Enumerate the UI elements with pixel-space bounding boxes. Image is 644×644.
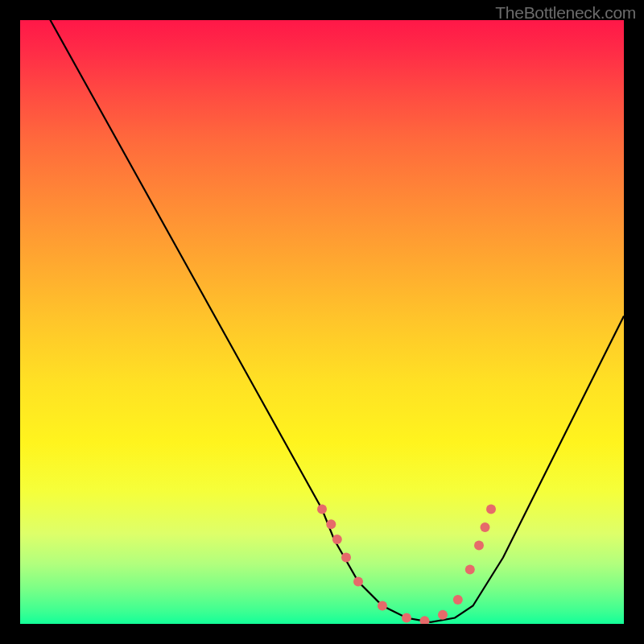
marker-dot — [402, 613, 411, 623]
marker-dots — [317, 505, 496, 625]
chart-svg — [20, 20, 624, 624]
marker-dot — [481, 522, 490, 532]
marker-dot — [317, 505, 327, 514]
marker-dot — [420, 616, 430, 624]
chart-container: TheBottleneck.com — [0, 0, 644, 644]
marker-dot — [353, 577, 363, 587]
marker-dot — [438, 610, 448, 620]
curve-line — [20, 20, 624, 622]
marker-dot — [453, 595, 463, 605]
marker-dot — [341, 553, 351, 563]
marker-dot — [474, 541, 484, 551]
marker-dot — [378, 601, 387, 611]
marker-dot — [465, 565, 475, 575]
marker-dot — [332, 535, 342, 544]
marker-dot — [486, 505, 496, 514]
plot-area — [20, 20, 624, 624]
marker-dot — [326, 519, 336, 529]
